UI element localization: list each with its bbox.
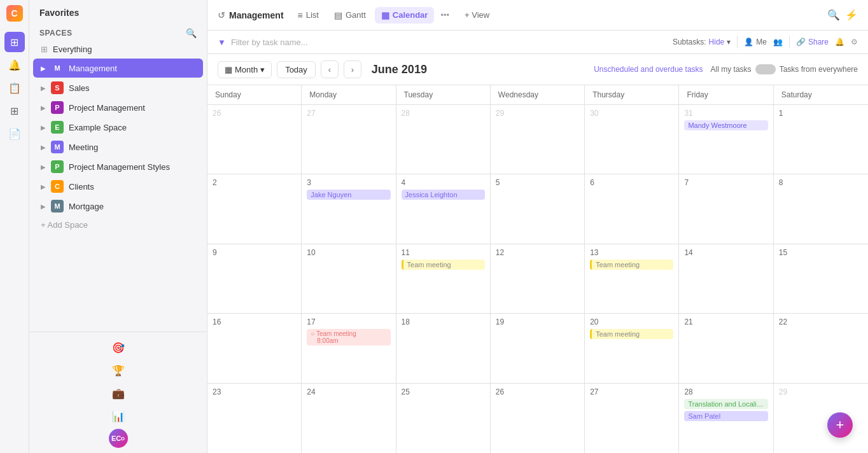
left-nav-reports[interactable]: 📄 [4,123,25,144]
calendar-title: June 2019 [372,63,427,76]
cal-cell-3-5[interactable]: 21 [679,314,773,382]
calendar-event[interactable]: Jake Nguyen [307,190,390,200]
add-space-button[interactable]: + Add Space [33,217,203,233]
left-nav-dashboards[interactable]: ⊞ [4,101,25,121]
cal-cell-4-2[interactable]: 25 [396,384,491,453]
calendar-event[interactable]: Translation and Localization [684,399,767,409]
cal-cell-3-2[interactable]: 18 [396,314,491,382]
calendar-event[interactable]: Team meeting [402,260,485,270]
cal-cell-1-2[interactable]: 4Jessica Leighton [396,174,491,243]
cal-cell-1-0[interactable]: 2 [207,174,302,243]
cal-cell-0-2[interactable]: 28 [396,105,491,174]
day-header-wednesday: Wednesday [491,85,585,104]
cell-date: 28 [684,387,767,396]
cal-cell-2-5[interactable]: 14 [679,244,773,313]
sidebar-item-management[interactable]: ▶ M Management [33,59,203,78]
hide-subtasks-button[interactable]: Hide [709,38,725,46]
chevron-icon: ▶ [41,144,46,151]
prev-month-button[interactable]: ‹ [321,60,339,78]
calendar-event[interactable]: Jessica Leighton [402,190,485,200]
calendar-event[interactable]: Team meeting [590,329,673,339]
sidebar-item-sales[interactable]: ▶ S Sales [33,78,203,97]
cal-cell-1-3[interactable]: 5 [491,174,585,243]
calendar-event[interactable]: ○ Team meeting8:00am [307,329,390,345]
chevron-icon: ▶ [41,124,46,131]
left-nav-docs[interactable]: 📋 [4,78,25,98]
cal-cell-1-6[interactable]: 8 [774,174,868,243]
add-view-button[interactable]: + View [458,7,496,23]
cal-cell-2-4[interactable]: 13Team meeting [585,244,679,313]
calendar-event[interactable]: Team meeting [590,260,673,270]
sidebar-item-project-management-styles[interactable]: ▶ P Project Management Styles [33,157,203,176]
cal-cell-0-3[interactable]: 29 [491,105,585,174]
sidebar-search-icon[interactable]: 🔍 [186,28,197,38]
cal-cell-4-6[interactable]: 29 [774,384,868,453]
settings-button[interactable]: 🔔 [835,38,844,46]
sidebar-briefcase-icon[interactable]: 💼 [108,383,129,403]
cal-cell-4-4[interactable]: 27 [585,384,679,453]
cal-cell-0-1[interactable]: 27 [302,105,396,174]
calendar-event[interactable]: Mandy Westmoore [684,120,767,130]
cell-date: 13 [590,248,673,257]
search-button[interactable]: 🔍 [827,9,840,21]
sidebar-item-everything[interactable]: ⊞ Everything [33,41,203,57]
cal-cell-3-1[interactable]: 17○ Team meeting8:00am [302,314,396,382]
unscheduled-link[interactable]: Unscheduled and overdue tasks [594,65,703,74]
sidebar-item-project-management[interactable]: ▶ P Project Management [33,98,203,117]
add-view-label: + View [465,10,489,20]
month-selector[interactable]: ▦ Month ▾ [218,61,272,78]
sidebar-item-example-space[interactable]: ▶ E Example Space [33,118,203,137]
gear-button[interactable]: ⚙ [851,38,858,46]
sidebar-item-mortgage[interactable]: ▶ M Mortgage [33,197,203,216]
tab-list[interactable]: ≡ List [291,7,325,24]
cal-cell-0-4[interactable]: 30 [585,105,679,174]
day-header-saturday: Saturday [774,85,868,104]
calendar-event[interactable]: Sam Patel [684,411,767,421]
cal-cell-2-0[interactable]: 9 [207,244,302,313]
cal-cell-0-5[interactable]: 31Mandy Westmoore [679,105,773,174]
app-logo[interactable]: C [6,5,23,22]
cal-cell-0-6[interactable]: 1 [774,105,868,174]
cal-cell-4-0[interactable]: 23 [207,384,302,453]
cal-cell-0-0[interactable]: 26 [207,105,302,174]
today-button[interactable]: Today [277,61,316,78]
next-month-button[interactable]: › [344,60,361,78]
cal-cell-3-6[interactable]: 22 [774,314,868,382]
me-filter-button[interactable]: 👤 Me [744,38,767,46]
all-my-tasks-switch[interactable] [755,64,776,74]
cal-cell-1-1[interactable]: 3Jake Nguyen [302,174,396,243]
sidebar-table-icon[interactable]: 📊 [108,406,129,426]
share-button[interactable]: 🔗 Share [796,38,829,46]
tab-gantt[interactable]: ▤ Gantt [328,7,372,24]
sidebar-item-meeting[interactable]: ▶ M Meeting [33,137,203,157]
spaces-label: Spaces [39,29,72,38]
hide-arrow[interactable]: ▾ [727,38,731,46]
sidebar-item-clients[interactable]: ▶ C Clients [33,177,203,196]
cal-cell-2-1[interactable]: 10 [302,244,396,313]
cal-cell-2-2[interactable]: 11Team meeting [396,244,491,313]
filter-input[interactable] [231,38,668,47]
cal-cell-2-3[interactable]: 12 [491,244,585,313]
cal-cell-3-0[interactable]: 16 [207,314,302,382]
cal-cell-1-5[interactable]: 7 [679,174,773,243]
tab-calendar[interactable]: ▦ Calendar [375,7,435,24]
left-nav-home[interactable]: ⊞ [4,32,25,52]
cal-cell-4-5[interactable]: 28Translation and LocalizationSam Patel [679,384,773,453]
day-header-sunday: Sunday [207,85,302,104]
filter-button[interactable]: ▼ [218,38,226,47]
cal-cell-3-3[interactable]: 19 [491,314,585,382]
cal-cell-4-3[interactable]: 26 [491,384,585,453]
cal-cell-3-4[interactable]: 20Team meeting [585,314,679,382]
bolt-button[interactable]: ⚡ [845,9,858,21]
cell-date: 15 [779,248,863,257]
user-avatar[interactable]: ECD [109,429,128,448]
left-nav-notifications[interactable]: 🔔 [4,55,25,75]
cal-cell-1-4[interactable]: 6 [585,174,679,243]
fab-button[interactable]: + [827,412,853,438]
sidebar-goals-icon[interactable]: 🎯 [108,337,129,358]
sidebar-trophy-icon[interactable]: 🏆 [108,360,129,380]
more-tabs-button[interactable]: ••• [437,8,453,22]
cal-cell-4-1[interactable]: 24 [302,384,396,453]
filterbar: ▼ Subtasks: Hide ▾ 👤 Me 👥 🔗 Share 🔔 ⚙ [207,31,868,54]
cal-cell-2-6[interactable]: 15 [774,244,868,313]
